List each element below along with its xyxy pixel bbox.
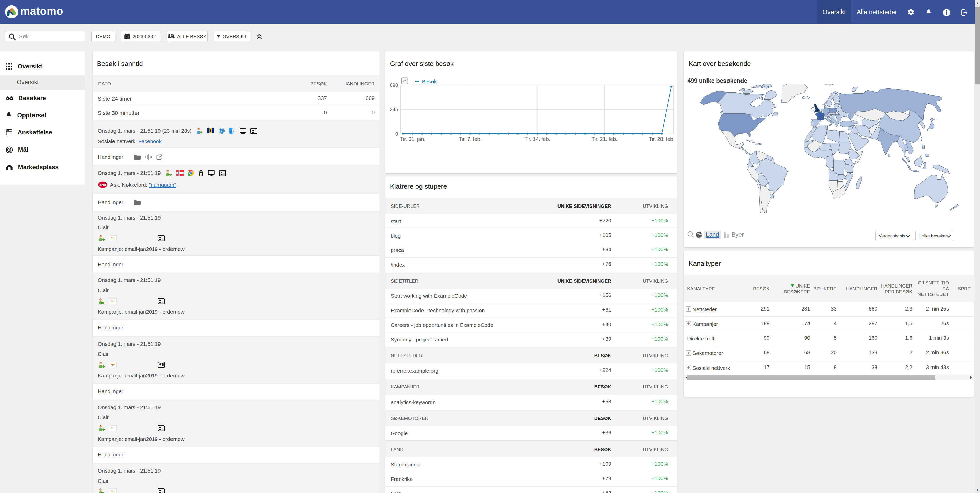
svg-text:Tir. 7. feb.: Tir. 7. feb. bbox=[458, 136, 481, 142]
svg-text:Besøk: Besøk bbox=[422, 79, 437, 84]
svg-text:690: 690 bbox=[390, 82, 398, 88]
svg-text:Ask: Ask bbox=[99, 183, 106, 187]
svg-text:Tir. 21. feb.: Tir. 21. feb. bbox=[592, 136, 617, 142]
svg-text:Tir. 14. feb.: Tir. 14. feb. bbox=[524, 136, 550, 142]
svg-text:0: 0 bbox=[395, 131, 398, 137]
svg-text:Tir. 31. jan.: Tir. 31. jan. bbox=[400, 136, 425, 142]
svg-text:345: 345 bbox=[390, 107, 398, 112]
svg-text:Tir. 28. feb.: Tir. 28. feb. bbox=[649, 136, 675, 142]
